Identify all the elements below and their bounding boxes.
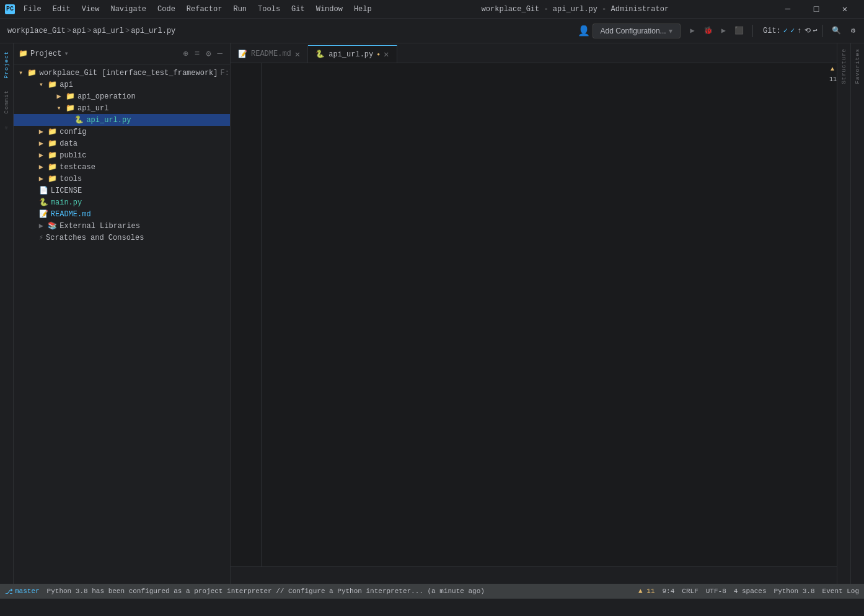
tree-item-README-md[interactable]: 📝 README.md [14,208,230,220]
tab-label-readme: README.md [251,50,291,58]
menu-bar: FileEditViewNavigateCodeRefactorRunTools… [19,4,377,15]
menu-item-file[interactable]: File [19,4,46,15]
tree-item-api_operation[interactable]: ▶ 📁 api_operation [14,90,230,102]
menu-item-refactor[interactable]: Refactor [182,4,227,15]
window-controls: ─ □ ✕ [774,0,859,19]
menu-item-git[interactable]: Git [286,4,310,15]
add-content-icon[interactable]: ⊕ [180,47,190,60]
menu-item-help[interactable]: Help [349,4,377,15]
tab-close-readme[interactable]: ✕ [295,49,300,59]
tree-item-public[interactable]: ▶ 📁 public [14,149,230,161]
tree-item-LICENSE[interactable]: 📄 LICENSE [14,185,230,196]
menu-item-edit[interactable]: Edit [48,4,76,15]
menu-item-window[interactable]: Window [311,4,348,15]
menu-item-navigate[interactable]: Navigate [105,4,151,15]
left-sidebar-icons: Project Commit ☆ [0,43,14,584]
tree-item-testcase[interactable]: ▶ 📁 testcase [14,161,230,173]
add-configuration-button[interactable]: Add Configuration... ▾ [593,24,681,38]
main-layout: Project Commit ☆ 📁 Project ▾ ⊕ ≡ ⚙ — ▾ 📁… [0,43,864,584]
breadcrumb-separator: > [67,27,71,35]
menu-item-tools[interactable]: Tools [253,4,285,15]
structure-label[interactable]: Structure [839,43,849,89]
breadcrumb-separator: > [87,27,91,35]
editor-tabs: 📝README.md✕🐍api_url.py●✕ [231,43,837,63]
stop-button[interactable]: ⬛ [731,24,747,38]
scratches-and-consoles[interactable]: ⚡ Scratches and Consoles [14,232,230,244]
toolbar: workplace_Git > api > api_url > api_url.… [0,19,864,43]
tab-icon-api_url: 🐍 [315,50,325,59]
tree-item-main-py[interactable]: 🐍 main.py [14,196,230,208]
line-ending-status[interactable]: CRLF [682,587,698,595]
add-config-label: Add Configuration... [601,27,666,35]
maximize-button[interactable]: □ [802,0,831,19]
indent-status[interactable]: 4 spaces [734,587,767,595]
tree-item-api[interactable]: ▾ 📁 api [14,79,230,90]
warning-count-indicator: 11 [828,75,837,84]
dropdown-icon[interactable]: ▾ [64,49,68,58]
menu-item-code[interactable]: Code [152,4,180,15]
favorites-panel[interactable]: Favorites [850,43,864,584]
tab-label-api_url: api_url.py [328,50,373,59]
code-editor[interactable]: ▲ 11 [231,63,837,566]
statusbar: ⎇ master Python 3.8 has been configured … [0,584,864,599]
git-push-icon[interactable]: ↑ [797,27,801,35]
tab-api_url[interactable]: 🐍api_url.py●✕ [308,45,397,63]
commit-icon[interactable]: Commit [2,85,12,118]
tree-root[interactable]: ▾ 📁 workplace_Git [interface_test_framew… [14,67,230,79]
sidebar-header: 📁 Project ▾ ⊕ ≡ ⚙ — [14,43,230,64]
breadcrumb-item[interactable]: api_url.py [131,27,175,35]
breadcrumb-separator: > [125,27,130,35]
expand-all-icon[interactable]: ≡ [192,47,202,60]
coverage-button[interactable]: ▶ [718,24,730,38]
project-icon[interactable]: Project [2,46,12,84]
debug-button[interactable]: 🐞 [700,24,716,38]
search-button[interactable]: 🔍 [828,24,845,38]
menu-item-view[interactable]: View [77,4,105,15]
settings-button[interactable]: ⚙ [847,24,859,38]
app-icon: PC [5,4,15,14]
close-button[interactable]: ✕ [831,0,859,19]
code-content[interactable] [262,63,828,566]
status-message: Python 3.8 has been configured as a proj… [47,587,485,595]
tree-item-data[interactable]: ▶ 📁 data [14,138,230,149]
git-revert-icon[interactable]: ↩ [813,26,818,35]
bottom-tabs [231,566,837,584]
git-check2-icon[interactable]: ✓ [790,26,795,35]
run-button[interactable]: ▶ [687,24,699,38]
warning-indicator: ▲ [828,63,837,75]
breadcrumb-item[interactable]: api [73,27,86,35]
git-check-icon[interactable]: ✓ [783,26,788,35]
tree-item-api_url-py[interactable]: 🐍 api_url.py [14,114,230,126]
status-right: ▲ 11 9:4 CRLF UTF-8 4 spaces Python 3.8 … [638,587,859,595]
menu-item-run[interactable]: Run [228,4,252,15]
breadcrumb-item[interactable]: api_url [93,27,124,35]
gear-icon[interactable]: ⚙ [203,47,213,60]
python-version-status[interactable]: Python 3.8 [774,587,815,595]
minimize-button[interactable]: ─ [774,0,802,19]
favorites-label[interactable]: Favorites [853,43,863,89]
cursor-position-status[interactable]: 9:4 [663,587,675,595]
git-history-icon[interactable]: ⟲ [804,26,811,35]
tree-item-config[interactable]: ▶ 📁 config [14,126,230,138]
tree-item-api_url[interactable]: ▾ 📁 api_url [14,102,230,114]
structure-panel[interactable]: Structure [837,43,850,584]
breadcrumb-item[interactable]: workplace_Git [7,27,66,35]
external-libraries[interactable]: ▶ 📚 External Libraries [14,220,230,232]
tree-item-tools[interactable]: ▶ 📁 tools [14,173,230,185]
bookmark-icon[interactable]: ☆ [2,120,12,136]
tab-readme[interactable]: 📝README.md✕ [231,45,308,63]
encoding-status[interactable]: UTF-8 [706,587,726,595]
scrollbar-gutter: ▲ 11 [828,63,837,566]
tab-close-api_url[interactable]: ✕ [384,49,389,59]
event-log-status[interactable]: Event Log [822,587,859,595]
close-sidebar-icon[interactable]: — [215,47,225,60]
warning-count-status[interactable]: ▲ 11 [638,587,655,595]
folder-icon: 📁 [19,49,28,58]
user-account-icon[interactable]: 👤 [578,25,590,37]
git-branch-status[interactable]: ⎇ master [5,587,40,596]
file-tree: ▾ 📁 workplace_Git [interface_test_framew… [14,64,230,584]
run-controls: ▶ 🐞 ▶ ⬛ [687,24,747,38]
dropdown-arrow-icon: ▾ [669,27,672,35]
git-status: Git: ✓ ✓ ↑ ⟲ ↩ [763,26,818,35]
tab-icon-readme: 📝 [238,50,247,59]
